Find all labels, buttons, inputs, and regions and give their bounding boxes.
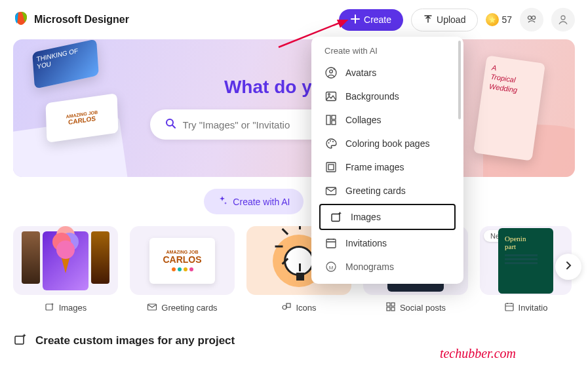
upload-button-label: Upload: [437, 14, 465, 25]
dropdown-item-monograms[interactable]: M Monograms: [315, 255, 460, 279]
svg-point-22: [328, 142, 330, 144]
share-button[interactable]: [520, 8, 543, 31]
dropdown-item-coloring[interactable]: Coloring book pages: [315, 132, 460, 155]
category-label: Images: [59, 303, 87, 313]
search-icon: [165, 117, 176, 132]
dropdown-item-label: Monograms: [345, 262, 394, 272]
svg-rect-12: [505, 303, 513, 311]
coin-icon: [486, 13, 499, 26]
svg-rect-28: [332, 214, 340, 222]
dropdown-item-label: Images: [351, 212, 381, 222]
svg-point-18: [328, 94, 330, 96]
svg-point-23: [330, 140, 331, 142]
svg-rect-8: [387, 303, 390, 306]
svg-rect-13: [15, 336, 24, 344]
svg-rect-20: [332, 115, 336, 119]
svg-point-6: [283, 305, 286, 309]
section-title: Create custom images for any project: [35, 334, 235, 347]
thumb-greeting: AMAZING JOB CARLOS: [130, 226, 235, 295]
svg-rect-17: [326, 92, 336, 101]
svg-point-0: [528, 16, 531, 19]
dropdown-item-avatars[interactable]: Avatars: [315, 61, 460, 85]
dropdown-item-backgrounds[interactable]: Backgrounds: [315, 85, 460, 108]
category-images[interactable]: Images: [13, 226, 118, 314]
chevron-right-icon: [564, 261, 573, 273]
shapes-icon: [281, 301, 292, 314]
coin-count: 57: [501, 14, 512, 25]
svg-rect-26: [328, 165, 334, 170]
sparkle-image-icon: [330, 210, 343, 223]
dropdown-item-label: Coloring book pages: [345, 138, 429, 149]
create-dropdown: Create with AI Avatars Backgrounds Colla…: [311, 37, 463, 284]
scrollbar[interactable]: [458, 41, 461, 119]
category-label: Greeting cards: [161, 303, 217, 313]
svg-rect-29: [326, 239, 336, 248]
category-label: Invitatio: [519, 303, 548, 313]
collage-icon: [324, 113, 338, 126]
svg-rect-7: [286, 303, 290, 307]
svg-rect-19: [326, 115, 330, 125]
hero-card-thinking: THINKING OF YOU: [32, 39, 99, 89]
dropdown-item-collages[interactable]: Collages: [315, 108, 460, 132]
tab-ai-label: Create with AI: [233, 197, 290, 207]
dropdown-item-frame[interactable]: Frame images: [315, 155, 460, 179]
svg-point-24: [332, 141, 334, 142]
dropdown-item-label: Backgrounds: [345, 91, 399, 102]
svg-text:M: M: [329, 265, 334, 271]
coin-balance[interactable]: 57: [486, 13, 512, 26]
upload-icon: [423, 14, 433, 26]
frame-icon: [324, 161, 338, 174]
svg-rect-4: [46, 304, 52, 310]
monogram-icon: M: [324, 260, 338, 273]
envelope-icon: [324, 184, 338, 197]
thumb-images: [13, 226, 118, 295]
svg-rect-10: [387, 307, 390, 311]
section-heading: Create custom images for any project: [0, 314, 588, 349]
profile-button[interactable]: [551, 8, 575, 31]
dropdown-item-images[interactable]: Images: [319, 204, 456, 230]
dropdown-item-label: Frame images: [345, 162, 404, 172]
svg-point-16: [330, 70, 333, 73]
grid-icon: [385, 301, 396, 314]
dropdown-item-greeting[interactable]: Greeting cards: [315, 179, 460, 203]
category-row: Images AMAZING JOB CARLOS Greeting cards: [0, 226, 588, 314]
logo-area[interactable]: Microsoft Designer: [13, 10, 129, 29]
svg-rect-9: [391, 303, 395, 306]
next-button[interactable]: [555, 254, 581, 280]
calendar-icon: [504, 301, 515, 314]
avatar-icon: [324, 66, 338, 79]
category-greeting-cards[interactable]: AMAZING JOB CARLOS Greeting cards: [130, 226, 235, 314]
envelope-icon: [147, 301, 157, 314]
category-label: Social posts: [400, 303, 446, 313]
svg-point-1: [532, 16, 535, 19]
dropdown-item-label: Greeting cards: [345, 185, 406, 196]
upload-button[interactable]: Upload: [411, 9, 478, 31]
calendar-icon: [324, 237, 338, 250]
svg-point-2: [561, 16, 565, 20]
hero-banner: THINKING OF YOU AMAZING JOBCARLOS A Trop…: [13, 39, 575, 177]
designer-logo-icon: [13, 10, 29, 29]
sparkle-icon: [217, 195, 227, 208]
palette-icon: [324, 137, 338, 150]
dropdown-heading: Create with AI: [315, 46, 460, 61]
tab-create-with-ai[interactable]: Create with AI: [204, 189, 303, 214]
landscape-icon: [324, 90, 338, 103]
watermark: techubber.com: [440, 346, 516, 361]
svg-rect-11: [391, 307, 395, 311]
dropdown-item-invitations[interactable]: Invitations: [315, 231, 460, 255]
svg-rect-21: [332, 121, 336, 125]
app-title: Microsoft Designer: [34, 14, 129, 26]
create-button-label: Create: [364, 14, 391, 25]
sparkle-image-icon: [13, 332, 28, 349]
dropdown-item-label: Collages: [345, 115, 381, 125]
mode-tabs: Create with AI Edit wit: [0, 189, 588, 214]
dropdown-item-label: Avatars: [345, 68, 376, 78]
dropdown-item-label: Invitations: [345, 238, 387, 248]
svg-rect-25: [326, 163, 336, 172]
category-label: Icons: [296, 303, 316, 313]
sparkle-image-icon: [45, 301, 55, 314]
